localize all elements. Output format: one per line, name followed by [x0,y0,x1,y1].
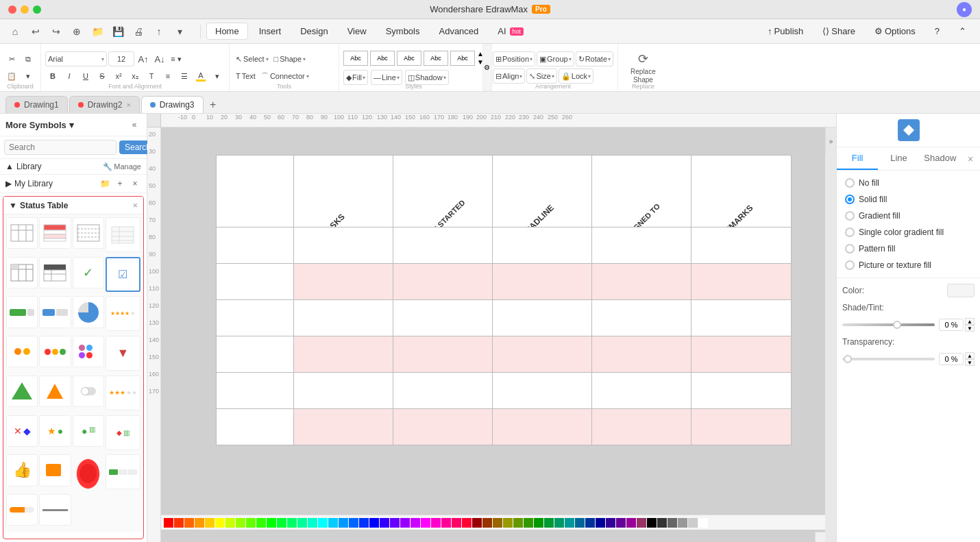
print-icon[interactable]: 🖨 [129,22,148,41]
row-4-cell-5[interactable] [691,373,791,408]
text-btn[interactable]: T Text [234,69,258,84]
st-item-13[interactable] [6,336,38,367]
color-swatch[interactable] [380,518,389,528]
st-item-26[interactable] [39,454,71,486]
rp-tab-fill[interactable]: Fill [837,147,878,170]
fill-option-single-gradient[interactable]: Single color gradient fill [842,225,975,239]
tab-drawing1[interactable]: Drawing1 [5,96,68,113]
undo-icon[interactable]: ↩ [26,22,45,41]
table-row-1[interactable] [217,264,791,300]
transparency-stepper-up[interactable]: ▲ [965,352,975,359]
fill-option-pattern[interactable]: Pattern fill [842,242,975,256]
color-swatch[interactable] [524,518,533,528]
row-0-cell-2[interactable] [393,227,493,263]
row-4-cell-3[interactable] [493,373,592,408]
menu-tab-view[interactable]: View [339,23,375,39]
shade-stepper-down[interactable]: ▼ [965,325,975,332]
color-swatch[interactable] [195,518,204,528]
color-swatch[interactable] [503,518,513,528]
position-btn[interactable]: ⊞ Position ▾ [493,51,535,66]
share-btn[interactable]: ⟨⟩ Share [814,23,863,39]
publish-btn[interactable]: ↑ Publish [759,23,811,39]
color-swatch[interactable] [287,518,297,528]
rotate-btn[interactable]: ↻ Rotate ▾ [576,51,613,66]
color-swatch[interactable] [626,518,636,528]
st-item-3[interactable] [73,217,104,249]
style-thumb-1[interactable]: Abc [343,51,368,66]
color-swatch[interactable] [277,518,286,528]
color-swatch[interactable] [678,518,687,528]
color-swatch[interactable] [441,518,451,528]
row-0-cell-5[interactable] [691,227,791,263]
table-row-0[interactable] [217,227,791,264]
style-thumb-4[interactable]: Abc [424,51,448,66]
st-item-21[interactable]: ✕ ◆ [6,415,38,447]
menu-tab-advanced[interactable]: Advanced [430,23,487,39]
st-item-15[interactable] [73,336,104,367]
row-0-cell-1[interactable] [294,227,393,263]
style-thumb-2[interactable]: Abc [370,51,395,66]
status-table-close-icon[interactable]: × [132,200,138,210]
row-3-cell-5[interactable] [691,336,791,372]
color-swatch[interactable] [585,518,595,528]
underline-btn[interactable]: U [78,69,93,84]
color-swatch[interactable] [297,518,307,528]
color-swatch[interactable] [318,518,328,528]
st-item-red[interactable] [76,458,100,489]
shape-btn[interactable]: □ Shape ▾ [272,51,308,66]
superscript-btn[interactable]: x² [111,69,126,84]
sidebar-collapse-btn[interactable]: « [127,118,141,132]
bold-btn[interactable]: B [45,69,60,84]
font-size-selector[interactable]: 12 [108,51,134,66]
st-item-orange-bar[interactable] [6,494,38,526]
color-swatch[interactable] [164,518,173,528]
sidebar-dropdown-icon[interactable]: ▾ [69,120,74,130]
row-5-cell-4[interactable] [592,409,691,445]
main-canvas[interactable]: TASKS DATE STARTED DEADLINE ASSIGNED TO [161,127,825,542]
tab-close-drawing2[interactable]: × [126,101,130,109]
st-item-16[interactable]: ▼ [106,336,140,371]
st-item-11[interactable] [73,296,104,328]
color-swatch[interactable] [637,518,646,528]
open-icon[interactable]: 📁 [88,22,107,41]
my-library-close-icon[interactable]: × [129,177,141,190]
st-item-10[interactable] [39,296,71,328]
align-btn[interactable]: ⊟ Align ▾ [493,69,525,84]
st-item-4[interactable] [106,217,140,252]
home-icon[interactable]: ⌂ [5,22,25,41]
color-swatch[interactable] [225,518,235,528]
color-swatch[interactable] [421,518,430,528]
row-3-cell-4[interactable] [592,336,691,372]
my-library-add-icon[interactable]: + [114,177,126,190]
color-swatch[interactable] [205,518,215,528]
row-1-cell-5[interactable] [691,264,791,299]
color-swatch[interactable] [575,518,585,528]
options-btn[interactable]: ⚙ Options [866,23,924,39]
row-1-cell-3[interactable] [493,264,592,299]
tab-drawing2[interactable]: Drawing2 × [69,96,140,113]
dropdown-icon[interactable]: ▾ [170,22,189,41]
tab-drawing3[interactable]: Drawing3 [141,96,204,113]
color-swatch[interactable] [431,518,441,528]
row-1-cell-2[interactable] [393,264,493,299]
replace-shape-btn[interactable]: ⟳ ReplaceShape [622,49,664,87]
color-swatch[interactable] [596,518,605,528]
row-2-cell-4[interactable] [592,300,691,336]
color-swatch[interactable] [246,518,256,528]
st-item-22[interactable]: ★ ● [39,415,71,447]
maximize-button[interactable] [33,5,41,14]
transparency-stepper-down[interactable]: ▼ [965,359,975,366]
row-3-cell-3[interactable] [493,336,592,372]
shade-stepper-up[interactable]: ▲ [965,318,975,325]
color-swatch[interactable] [184,518,194,528]
shade-slider[interactable] [842,323,935,326]
font-decrease-btn[interactable]: A↓ [152,51,167,66]
row-2-cell-2[interactable] [393,300,493,336]
st-item-5[interactable] [6,257,38,288]
color-swatch[interactable] [452,518,461,528]
row-1-cell-4[interactable] [592,264,691,299]
color-swatch[interactable] [411,518,420,528]
color-swatch[interactable] [390,518,400,528]
st-item-1[interactable] [6,217,38,249]
minimize-button[interactable] [21,5,29,14]
